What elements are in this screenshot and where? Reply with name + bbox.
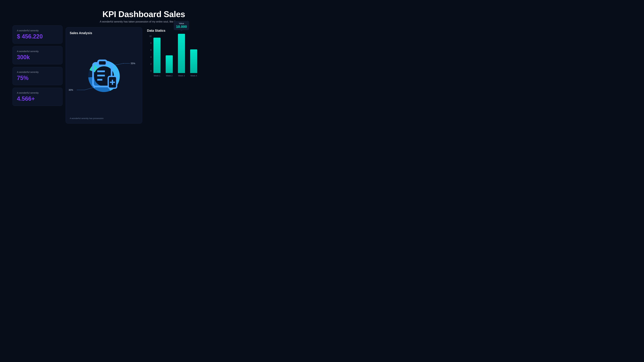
y-label-8: 8: [150, 42, 152, 44]
y-label-4: 4: [150, 56, 152, 58]
bar-week3: Value 10.000: [178, 34, 185, 73]
kpi-card-2: A wonderful serenity 300k: [12, 46, 62, 64]
kpi-value-1: $ 456.220: [17, 33, 58, 40]
tooltip-value: 10.000: [176, 25, 187, 29]
kpi-label-4: A wonderful serenity: [17, 91, 58, 94]
donut-chart: 55% 30%: [86, 58, 122, 94]
tooltip-label: Value: [176, 22, 187, 25]
kpi-card-3: A wonderful serenity 75%: [12, 67, 62, 85]
y-label-6: 6: [150, 49, 152, 51]
bar-group-week1: Week 1: [154, 38, 160, 77]
bar-label-week4: Week 4: [190, 75, 197, 77]
bar-label-week3: Week 3: [178, 75, 185, 77]
kpi-value-2: 300k: [17, 54, 58, 61]
kpi-value-4: 4.566+: [17, 95, 58, 102]
dashboard: A wonderful serenity $ 456.220 A wonderf…: [12, 8, 222, 124]
bar-label-week1: Week 1: [154, 75, 160, 77]
sales-footer: A wonderful serenity has possession: [70, 117, 138, 119]
bar-group-week4: Week 4: [190, 49, 197, 77]
bar-label-week2: Week 2: [166, 75, 172, 77]
y-label-10: 10: [150, 35, 152, 37]
bar-week2: [166, 55, 173, 73]
svg-text:30%: 30%: [68, 89, 73, 91]
header-subtitle: A wonderful serenity has taken possessio…: [66, 20, 222, 23]
kpi-label-2: A wonderful serenity: [17, 50, 58, 53]
sales-card: Sales Analysis: [66, 27, 142, 124]
bar-group-week2: Week 2: [166, 55, 173, 77]
tooltip: Value 10.000: [174, 21, 189, 30]
kpi-card-1: A wonderful serenity $ 456.220: [12, 25, 62, 44]
header: KPI Dashboard Sales A wonderful serenity…: [66, 8, 222, 24]
kpi-column: A wonderful serenity $ 456.220 A wonderf…: [12, 8, 62, 124]
page-title: KPI Dashboard Sales: [66, 9, 222, 19]
kpi-label-3: A wonderful serenity: [17, 71, 58, 73]
y-label-2: 2: [150, 63, 152, 65]
kpi-card-4: A wonderful serenity 4.566+: [12, 88, 62, 106]
y-axis: 10 8 6 4 2 0: [147, 35, 153, 72]
donut-chart-area: 55% 30%: [70, 37, 138, 115]
kpi-value-3: 75%: [17, 75, 58, 81]
bar-group-week3: Value 10.000 Week 3: [178, 34, 185, 77]
y-label-0: 0: [150, 70, 152, 72]
bar-week4: [190, 49, 197, 73]
bar-chart-container: 10 8 6 4 2 0 Week 1 Week 2: [146, 35, 220, 122]
bar-chart: 10 8 6 4 2 0 Week 1 Week 2: [147, 35, 219, 77]
clipboard-icon: [86, 58, 122, 95]
kpi-label-1: A wonderful serenity: [17, 29, 58, 32]
bar-week1: [154, 38, 160, 73]
sales-title: Sales Analysis: [70, 31, 138, 35]
svg-text:55%: 55%: [131, 62, 135, 65]
svg-rect-7: [98, 60, 106, 65]
statics-card: Data Statics 10 8 6 4 2 0 Week 1: [146, 27, 222, 124]
